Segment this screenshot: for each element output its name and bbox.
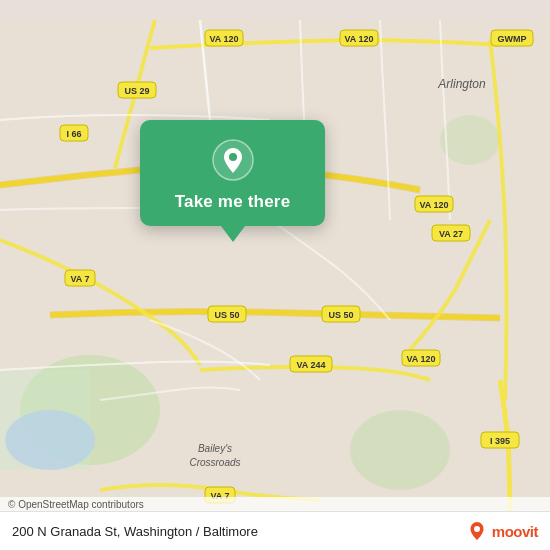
- moovit-label: moovit: [492, 523, 538, 540]
- copyright-bar: © OpenStreetMap contributors: [0, 497, 550, 512]
- footer-bar: 200 N Granada St, Washington / Baltimore…: [0, 511, 550, 550]
- svg-text:VA 120: VA 120: [344, 34, 373, 44]
- map-background: VA 120 VA 120 US 29 I 66 I 66 VA 120 VA …: [0, 0, 550, 550]
- svg-text:Bailey's: Bailey's: [198, 443, 232, 454]
- svg-text:VA 244: VA 244: [296, 360, 325, 370]
- svg-point-40: [229, 153, 237, 161]
- location-pin-icon: [211, 138, 255, 182]
- take-me-there-button[interactable]: Take me there: [175, 192, 291, 212]
- svg-point-41: [474, 526, 480, 532]
- svg-point-3: [440, 115, 500, 165]
- svg-text:US 50: US 50: [214, 310, 239, 320]
- address-label: 200 N Granada St, Washington / Baltimore: [12, 524, 258, 539]
- svg-text:I 395: I 395: [490, 436, 510, 446]
- moovit-pin-icon: [466, 520, 488, 542]
- popup-card[interactable]: Take me there: [140, 120, 325, 226]
- svg-text:US 50: US 50: [328, 310, 353, 320]
- map-container: VA 120 VA 120 US 29 I 66 I 66 VA 120 VA …: [0, 0, 550, 550]
- svg-text:GWMP: GWMP: [498, 34, 527, 44]
- svg-text:VA 120: VA 120: [406, 354, 435, 364]
- svg-text:VA 120: VA 120: [209, 34, 238, 44]
- svg-point-5: [5, 410, 95, 470]
- svg-text:VA 7: VA 7: [70, 274, 89, 284]
- svg-text:I 66: I 66: [66, 129, 81, 139]
- moovit-logo: moovit: [466, 520, 538, 542]
- svg-text:Crossroads: Crossroads: [189, 457, 240, 468]
- svg-text:Arlington: Arlington: [437, 77, 486, 91]
- copyright-text: © OpenStreetMap contributors: [8, 499, 144, 510]
- svg-point-2: [350, 410, 450, 490]
- svg-text:VA 27: VA 27: [439, 229, 463, 239]
- svg-text:VA 120: VA 120: [419, 200, 448, 210]
- svg-text:US 29: US 29: [124, 86, 149, 96]
